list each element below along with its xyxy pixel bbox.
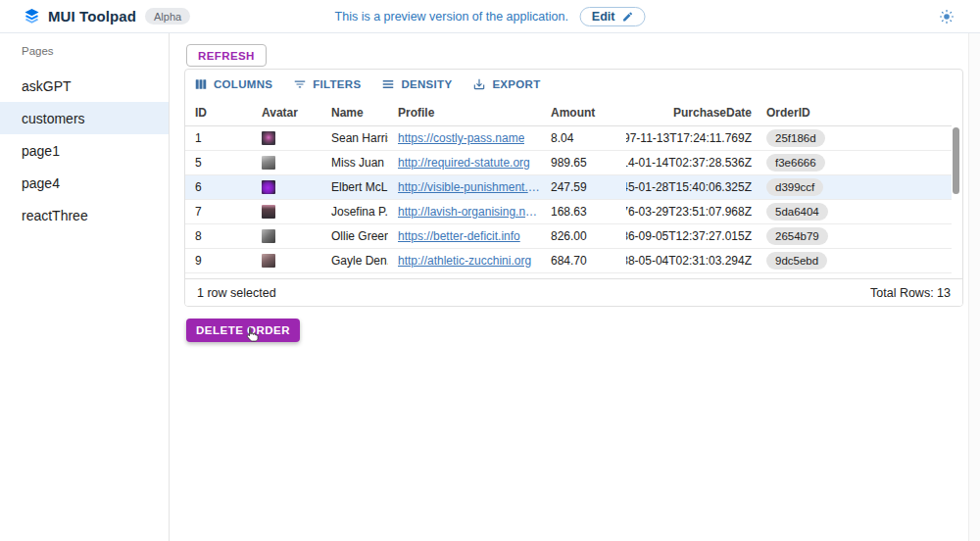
cell-purchasedate: 2045-01-28T15:40:06.325Z — [626, 180, 757, 194]
app-window: MUI Toolpad Alpha This is a preview vers… — [0, 0, 980, 541]
cell-id: 7 — [185, 205, 252, 219]
cell-id: 8 — [185, 229, 252, 243]
order-id-chip: d399ccf — [766, 178, 823, 196]
customers-data-grid: COLUMNS FILTERS DENSITY EXPORT — [184, 69, 963, 307]
table-row-selected[interactable]: 6 Elbert McL... http://visible-punishmen… — [185, 175, 952, 200]
cell-name: Gayle Den... — [321, 254, 388, 268]
columns-button[interactable]: COLUMNS — [194, 77, 272, 91]
cell-amount: 684.70 — [541, 254, 626, 268]
cell-amount: 8.04 — [541, 131, 626, 145]
density-lines-icon — [381, 77, 395, 91]
column-header-orderid[interactable]: OrderID — [757, 106, 952, 120]
cell-id: 5 — [185, 156, 252, 170]
sidebar-item-customers[interactable]: customers — [0, 102, 169, 134]
cell-id: 9 — [185, 254, 252, 268]
avatar — [262, 205, 275, 219]
sidebar-item-page4[interactable]: page4 — [0, 167, 169, 199]
grid-header-row: ID Avatar Name Profile Amount PurchaseDa… — [185, 99, 952, 126]
columns-button-label: COLUMNS — [214, 78, 272, 90]
table-row[interactable]: 8 Ollie Green... https://better-deficit.… — [185, 224, 952, 249]
cell-amount: 247.59 — [541, 180, 626, 194]
profile-link[interactable]: http://required-statute.org — [398, 156, 530, 170]
sidebar-item-label: askGPT — [22, 78, 72, 94]
sidebar-section-label: Pages — [22, 45, 169, 57]
cell-id: 1 — [185, 131, 252, 145]
view-columns-icon — [194, 77, 208, 91]
cell-amount: 989.65 — [541, 156, 626, 170]
filter-list-icon — [293, 77, 307, 91]
top-app-bar: MUI Toolpad Alpha This is a preview vers… — [0, 0, 980, 33]
avatar — [262, 180, 275, 194]
grid-toolbar: COLUMNS FILTERS DENSITY EXPORT — [185, 70, 962, 99]
pencil-icon — [621, 11, 633, 23]
sidebar-item-page1[interactable]: page1 — [0, 134, 169, 167]
order-id-chip: 9dc5ebd — [766, 252, 827, 270]
cell-amount: 826.00 — [541, 229, 626, 243]
download-icon — [472, 77, 486, 91]
total-rows: Total Rows: 13 — [870, 286, 951, 300]
cell-purchasedate: 2076-03-29T23:51:07.968Z — [626, 205, 757, 219]
filters-button-label: FILTERS — [313, 78, 361, 90]
column-header-amount[interactable]: Amount — [541, 106, 626, 120]
profile-link[interactable]: https://better-deficit.info — [398, 229, 520, 243]
selection-count: 1 row selected — [197, 286, 276, 300]
profile-link[interactable]: http://athletic-zucchini.org — [398, 254, 531, 268]
order-id-chip: 5da6404 — [766, 203, 828, 221]
cell-name: Elbert McL... — [321, 180, 388, 194]
column-header-purchasedate[interactable]: PurchaseDate — [626, 106, 757, 120]
delete-order-button[interactable]: DELETE ORDER — [186, 319, 300, 342]
cell-name: Miss Juan ... — [321, 156, 388, 170]
sidebar-item-label: customers — [22, 111, 85, 126]
export-button[interactable]: EXPORT — [472, 77, 540, 91]
table-row[interactable]: 5 Miss Juan ... http://required-statute.… — [185, 151, 952, 175]
preview-banner-text: This is a preview version of the applica… — [335, 10, 568, 24]
sidebar-item-reactthree[interactable]: reactThree — [0, 199, 169, 231]
cell-purchasedate: 2086-09-05T12:37:27.015Z — [626, 229, 757, 243]
column-header-id[interactable]: ID — [185, 106, 252, 120]
sidebar-item-label: page1 — [22, 143, 60, 159]
sidebar-item-label: reactThree — [22, 208, 88, 223]
toolpad-logo-icon — [24, 8, 40, 25]
column-header-profile[interactable]: Profile — [388, 106, 541, 120]
app-title: MUI Toolpad — [48, 8, 136, 25]
cell-id: 6 — [185, 180, 252, 194]
profile-link[interactable]: https://costly-pass.name — [398, 131, 524, 145]
order-id-chip: f3e6666 — [766, 154, 825, 172]
page-scrollbar-track[interactable] — [968, 0, 980, 541]
cell-purchasedate: 1997-11-13T17:24:11.769Z — [626, 131, 757, 145]
avatar — [262, 131, 275, 145]
grid-rows-viewport: 1 Sean Harris https://costly-pass.name 8… — [185, 126, 962, 282]
sidebar-item-askgpt[interactable]: askGPT — [0, 70, 169, 102]
cell-amount: 168.63 — [541, 205, 626, 219]
column-header-name[interactable]: Name — [321, 106, 388, 120]
cell-purchasedate: 2014-01-14T02:37:28.536Z — [626, 156, 757, 170]
profile-link[interactable]: http://lavish-organising.name — [398, 205, 541, 219]
grid-footer: 1 row selected Total Rows: 13 — [185, 278, 962, 306]
cell-name: Sean Harris — [321, 131, 388, 145]
avatar — [262, 229, 275, 243]
edit-button[interactable]: Edit — [580, 7, 646, 26]
avatar — [262, 156, 275, 170]
edit-button-label: Edit — [592, 10, 615, 24]
filters-button[interactable]: FILTERS — [293, 77, 361, 91]
table-row[interactable]: 7 Josefina P... http://lavish-organising… — [185, 200, 952, 224]
order-id-chip: 2654b79 — [766, 227, 828, 245]
sidebar: Pages askGPT customers page1 page4 react… — [0, 32, 170, 541]
cell-purchasedate: 2088-05-04T02:31:03.294Z — [626, 254, 757, 268]
export-button-label: EXPORT — [492, 78, 540, 90]
refresh-button[interactable]: REFRESH — [186, 44, 267, 67]
table-row[interactable]: 1 Sean Harris https://costly-pass.name 8… — [185, 126, 952, 151]
grid-vertical-scrollbar[interactable] — [953, 127, 959, 194]
cell-name: Ollie Green... — [321, 229, 388, 243]
sun-icon[interactable] — [939, 9, 955, 25]
table-row[interactable]: 9 Gayle Den... http://athletic-zucchini.… — [185, 249, 952, 273]
profile-link[interactable]: http://visible-punishment.net — [398, 180, 541, 194]
density-button-label: DENSITY — [401, 78, 452, 90]
column-header-avatar[interactable]: Avatar — [252, 106, 321, 120]
order-id-chip: 25f186d — [766, 129, 825, 147]
alpha-badge: Alpha — [145, 8, 190, 25]
density-button[interactable]: DENSITY — [381, 77, 452, 91]
avatar — [262, 254, 275, 268]
sidebar-item-label: page4 — [22, 175, 60, 191]
cell-name: Josefina P... — [321, 205, 388, 219]
